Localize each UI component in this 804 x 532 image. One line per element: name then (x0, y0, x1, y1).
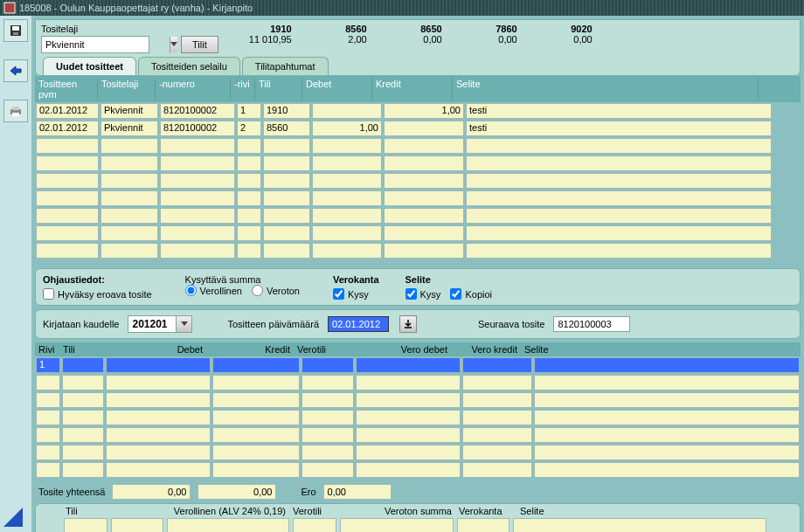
entry-bar: Kirjataan kaudelle Tositteen päivämäärä … (35, 309, 801, 339)
col-verotili: Verotili (289, 506, 333, 516)
corner-logo (3, 508, 23, 529)
table-row[interactable]: 02.01.2012 Pkviennit 8120100002 2 8560 1… (35, 120, 801, 137)
verokanta-kysy-checkbox[interactable]: Kysy (333, 288, 369, 300)
back-arrow-icon (9, 66, 23, 76)
svg-rect-3 (13, 32, 18, 35)
kirjataan-label: Kirjataan kaudelle (43, 319, 119, 329)
voucher-grid: Tositteen pvm Tositelaji -numero -rivi T… (35, 76, 801, 259)
table-row[interactable] (35, 190, 801, 207)
save-button[interactable] (3, 19, 28, 42)
table-row[interactable] (35, 426, 801, 444)
table-row[interactable] (35, 409, 801, 426)
svg-rect-2 (12, 26, 19, 31)
selite-kopioi-checkbox[interactable]: Kopioi (450, 288, 492, 300)
svg-rect-5 (12, 107, 19, 110)
acc-val: 0,00 (526, 34, 593, 45)
table-row[interactable] (35, 225, 801, 242)
col-rivi: -rivi (231, 78, 255, 100)
app-icon (3, 2, 16, 14)
col-kredit: Kredit (372, 78, 453, 100)
table-row[interactable] (36, 518, 800, 532)
ohjaustiedot-title: Ohjaustiedot: (43, 274, 159, 285)
col-verokredit: Vero kredit (451, 343, 521, 356)
col-selite: Selite (516, 506, 726, 516)
table-row[interactable] (35, 172, 801, 190)
table-row[interactable] (35, 207, 801, 225)
col-tili: Tili (255, 78, 302, 100)
table-row[interactable] (35, 242, 801, 259)
col-kredit: Kredit (206, 343, 294, 356)
window-title: 185008 - Oulun Kauppaopettajat ry (vanha… (19, 3, 253, 13)
col-tili: Tili (59, 343, 101, 356)
tositelaji-combobox[interactable] (41, 36, 149, 53)
tositelaji-label: Tositelaji (41, 24, 181, 34)
verokanta-label: Verokanta (333, 274, 379, 285)
table-row[interactable] (35, 137, 801, 155)
table-row[interactable] (35, 444, 801, 461)
table-row[interactable]: 02.01.2012 Pkviennit 8120100002 1 1910 1… (35, 102, 801, 120)
accounts-summary: 191011 010,95 85602,00 86500,00 78600,00… (225, 24, 601, 45)
acc-val: 0,00 (376, 34, 442, 45)
period-combobox[interactable] (128, 315, 192, 333)
tab-tilitapahtumat[interactable]: Tilitapahtumat (242, 57, 329, 75)
col-rivi: Rivi (35, 343, 59, 356)
kysyttava-summa-label: Kysyttävä summa (185, 274, 307, 285)
acc-val: 2,00 (301, 34, 367, 45)
selite-kysy-checkbox[interactable]: Kysy (405, 288, 441, 300)
left-toolbar (0, 16, 31, 532)
selite-label: Selite (405, 274, 499, 285)
acc-num: 1910 (225, 24, 292, 34)
acc-val: 11 010,95 (225, 34, 292, 45)
tilit-button[interactable]: Tilit (181, 36, 218, 53)
verollinen-radio[interactable]: Verollinen (185, 285, 242, 296)
tositelaji-input[interactable] (42, 39, 170, 50)
acc-val: 0,00 (451, 34, 517, 45)
col-tili: Tili (62, 506, 106, 516)
table-row[interactable] (35, 155, 801, 172)
veroton-radio[interactable]: Veroton (252, 285, 300, 296)
col-debet: Debet (302, 78, 372, 100)
tab-bar: Uudet tositteet Tositteiden selailu Tili… (43, 57, 800, 75)
ero-label: Ero (301, 487, 315, 497)
col-verokanta: Verokanta (455, 506, 516, 516)
acc-num: 8560 (301, 24, 367, 34)
table-row[interactable]: 1 (35, 356, 801, 374)
acc-num: 7860 (451, 24, 517, 34)
col-veroton: Veroton summa (333, 506, 455, 516)
date-picker-button[interactable] (399, 315, 417, 333)
col-pvm: Tositteen pvm (35, 78, 98, 100)
acc-num: 9020 (526, 24, 593, 34)
table-row[interactable] (35, 374, 801, 391)
back-button[interactable] (3, 59, 28, 82)
printer-icon (9, 105, 23, 117)
entry-grid: Rivi Tili Debet Kredit Verotili Vero deb… (35, 342, 801, 479)
hyvaksy-checkbox[interactable]: Hyväksy eroava tosite (43, 288, 152, 300)
bottom-panel: Tili Verollinen (ALV 24% 0,19) Verotili … (35, 503, 801, 532)
table-row[interactable] (35, 461, 801, 479)
acc-num: 8650 (376, 24, 442, 34)
main-panel: Tositelaji Tilit 191011 010,95 85602,00 … (31, 16, 804, 532)
ero-value: 0,00 (323, 484, 392, 500)
total-debet: 0,00 (112, 484, 191, 500)
col-verotili: Verotili (294, 343, 346, 356)
col-verodebet: Vero debet (346, 343, 451, 356)
save-icon (9, 24, 23, 38)
col-laji: Tositelaji (98, 78, 156, 100)
col-numero: -numero (156, 78, 231, 100)
tosite-yhteensa-label: Tosite yhteensä (38, 487, 105, 497)
col-verollinen: Verollinen (ALV 24% 0,19) (106, 506, 289, 516)
download-arrow-icon (404, 320, 412, 328)
ohjaustiedot-panel: Ohjaustiedot: Hyväksy eroava tosite Kysy… (35, 268, 801, 306)
print-button[interactable] (3, 100, 28, 122)
period-input[interactable] (128, 315, 177, 333)
tab-tositteiden-selailu[interactable]: Tositteiden selailu (138, 57, 240, 75)
seuraava-label: Seuraava tosite (478, 319, 544, 329)
table-row[interactable] (35, 391, 801, 409)
chevron-down-icon[interactable] (177, 315, 192, 333)
total-kredit: 0,00 (198, 484, 276, 500)
tab-uudet-tositteet[interactable]: Uudet tositteet (43, 57, 136, 75)
chevron-down-icon[interactable] (170, 37, 177, 52)
col-selite: Selite (453, 78, 759, 100)
seuraava-tosite-input[interactable] (553, 316, 630, 332)
tosite-pvm-input[interactable] (328, 316, 389, 332)
